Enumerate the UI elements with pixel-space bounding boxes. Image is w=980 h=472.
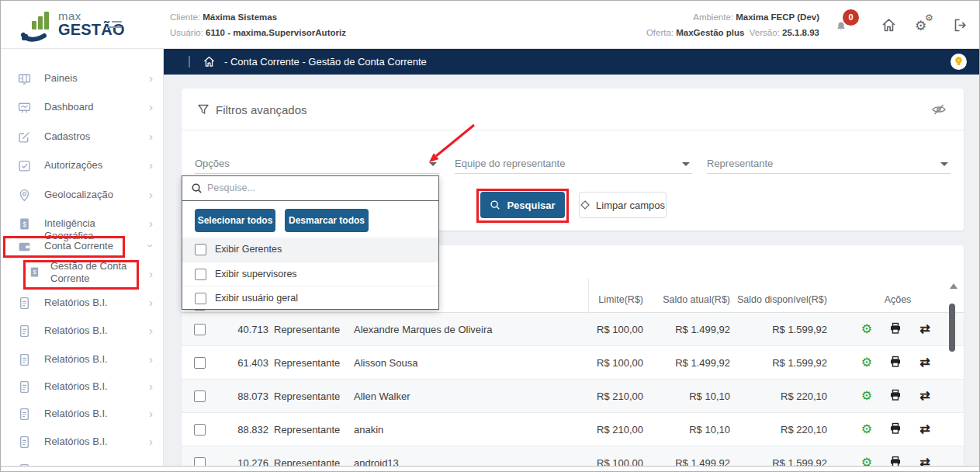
deselect-all-button[interactable]: Desmarcar todos xyxy=(285,209,369,232)
row-checkbox[interactable] xyxy=(194,324,206,335)
sidebar-item-conta-corrente[interactable]: Conta Corrente › xyxy=(1,234,164,258)
option-checkbox[interactable] xyxy=(195,269,206,280)
row-available-balance: R$ 1.599,92 xyxy=(726,357,827,369)
logo-hand-icon xyxy=(21,27,55,47)
settings-button[interactable]: ⚙ ⚙ xyxy=(915,13,938,36)
table-row[interactable]: 40.713 Representante Alexandre Marques d… xyxy=(182,313,964,346)
sidebar-item-cadastros[interactable]: Cadastros › xyxy=(1,125,164,148)
home-button[interactable] xyxy=(881,17,898,34)
sidebar-item-relatorios-bi[interactable]: Relatórios B.I. › xyxy=(1,348,164,371)
sidebar-item-paineis[interactable]: Paineis › xyxy=(1,67,164,90)
client-label: Cliente: xyxy=(170,12,200,22)
column-header-current-balance: Saldo atual(R$) xyxy=(645,294,730,305)
notifications-button[interactable]: 0 xyxy=(833,9,864,40)
options-dropdown-panel: Selecionar todos Desmarcar todos Exibir … xyxy=(182,175,439,310)
transfer-icon[interactable]: ⇄ xyxy=(918,389,932,403)
dropdown-option-exibir-supervisores[interactable]: Exibir supervisores xyxy=(182,262,438,286)
rep-team-select[interactable]: Equipe do representante xyxy=(455,154,692,174)
report-icon xyxy=(18,436,31,452)
window-bottom-edge xyxy=(1,466,980,472)
report-icon xyxy=(18,408,31,424)
sidebar-item-relatorios-bi[interactable]: Relatórios B.I. › xyxy=(1,375,164,398)
version-label: Versão: xyxy=(750,28,780,37)
sidebar-item-gestao-de-conta-corrente[interactable]: $ Gestão de Conta Corrente › xyxy=(1,257,164,291)
check-square-icon xyxy=(18,159,31,175)
report-icon xyxy=(18,353,31,370)
search-button[interactable]: Pesquisar xyxy=(480,192,565,218)
row-limit: R$ 100,00 xyxy=(566,324,643,335)
filter-icon xyxy=(197,103,210,119)
row-available-balance: R$ 220,10 xyxy=(726,390,827,402)
configure-gear-icon[interactable]: ⚙ xyxy=(860,322,874,336)
row-checkbox[interactable] xyxy=(194,424,206,436)
option-checkbox[interactable] xyxy=(195,244,206,255)
sidebar-item-autorizacoes[interactable]: Autorizações › xyxy=(1,154,164,177)
table-row[interactable]: 61.403 Representante Alisson Sousa R$ 10… xyxy=(182,346,964,380)
breadcrumb-bar: - Conta Corrente - Gestão de Conta Corre… xyxy=(164,49,980,75)
representative-select[interactable]: Representante xyxy=(707,154,951,174)
hide-filters-eye-slash-icon[interactable] xyxy=(931,102,947,120)
logout-button[interactable] xyxy=(952,17,969,34)
printer-icon[interactable] xyxy=(888,422,902,436)
clear-fields-button[interactable]: Limpar campos xyxy=(579,192,667,218)
notification-badge: 0 xyxy=(843,9,859,26)
configure-gear-icon[interactable]: ⚙ xyxy=(860,456,874,467)
filters-title: Filtros avançados xyxy=(216,103,307,116)
options-select-label: Opções xyxy=(195,158,230,169)
client-user-info: Cliente: Máxima Sistemas Usuário: 6110 -… xyxy=(170,9,346,40)
sidebar-item-geolocalizacao[interactable]: Geolocalização › xyxy=(1,183,164,206)
printer-icon[interactable] xyxy=(888,356,902,370)
dropdown-option-exibir-usuario-geral[interactable]: Exibir usuário geral xyxy=(182,286,438,310)
table-row[interactable]: 10.276 Representante android13 R$ 100,00… xyxy=(182,446,964,467)
select-all-button[interactable]: Selecionar todos xyxy=(195,209,275,232)
chevron-right-icon: › xyxy=(149,188,153,201)
chevron-right-icon: › xyxy=(149,217,153,230)
scrollbar-thumb[interactable] xyxy=(949,304,955,352)
sidebar-item-relatorios-bi[interactable]: Relatórios B.I. › xyxy=(1,402,164,425)
sidebar-item-label: Relatórios B.I. xyxy=(44,324,136,337)
svg-text:$: $ xyxy=(23,220,26,228)
breadcrumb-home-icon[interactable] xyxy=(203,55,216,71)
options-select[interactable]: Opções xyxy=(195,154,439,174)
chevron-right-icon: › xyxy=(149,267,153,280)
transfer-icon[interactable]: ⇄ xyxy=(918,422,932,436)
row-code: 88.073 xyxy=(222,390,268,402)
table-row[interactable]: 88.832 Representante anakin R$ 210,00 R$… xyxy=(182,413,964,446)
printer-icon[interactable] xyxy=(888,456,902,467)
menu-toggle-icon[interactable] xyxy=(106,19,123,30)
row-type: Representante xyxy=(274,357,340,369)
sidebar-item-relatorios-bi[interactable]: Relatórios B.I. › xyxy=(1,319,164,342)
configure-gear-icon[interactable]: ⚙ xyxy=(860,356,874,370)
transfer-icon[interactable]: ⇄ xyxy=(918,322,932,336)
sidebar-item-dashboard[interactable]: Dashboard › xyxy=(1,95,164,119)
option-checkbox[interactable] xyxy=(195,293,206,304)
help-tips-button[interactable] xyxy=(951,54,967,70)
sidebar-item-relatorios-bi[interactable]: Relatórios B.I. › xyxy=(1,291,164,314)
sidebar-item-inteligencia-geografica[interactable]: $ Inteligência Geográfica › xyxy=(1,212,164,235)
printer-icon[interactable] xyxy=(888,322,902,336)
row-checkbox[interactable] xyxy=(194,357,206,369)
chevron-right-icon: › xyxy=(149,130,153,143)
transfer-icon[interactable]: ⇄ xyxy=(918,456,932,467)
search-button-label: Pesquisar xyxy=(507,200,555,211)
scroll-up-arrow[interactable] xyxy=(950,283,957,289)
configure-gear-icon[interactable]: ⚙ xyxy=(860,389,874,403)
report-icon xyxy=(18,324,31,341)
table-row[interactable]: 88.073 Representante Allen Walker R$ 210… xyxy=(182,380,964,413)
row-checkbox[interactable] xyxy=(194,390,206,402)
sidebar-item-label: Autorizações xyxy=(44,159,136,172)
dropdown-option-exibir-gerentes[interactable]: Exibir Gerentes xyxy=(182,238,438,262)
sidebar-item-label: Cadastros xyxy=(44,130,136,143)
search-icon xyxy=(490,200,500,210)
breadcrumb-separator xyxy=(189,56,190,68)
transfer-icon[interactable]: ⇄ xyxy=(918,356,932,370)
row-code: 40.713 xyxy=(222,324,268,335)
table-scrollbar[interactable] xyxy=(948,282,957,467)
printer-icon[interactable] xyxy=(888,389,902,403)
dropdown-search-input[interactable] xyxy=(207,176,432,200)
configure-gear-icon[interactable]: ⚙ xyxy=(860,422,874,436)
sidebar-item-relatorios-bi[interactable]: Relatórios B.I. › xyxy=(1,430,164,453)
row-current-balance: R$ 10,10 xyxy=(645,424,730,436)
chevron-right-icon: › xyxy=(149,158,153,172)
sidebar-item-label: Conta Corrente xyxy=(44,240,136,252)
